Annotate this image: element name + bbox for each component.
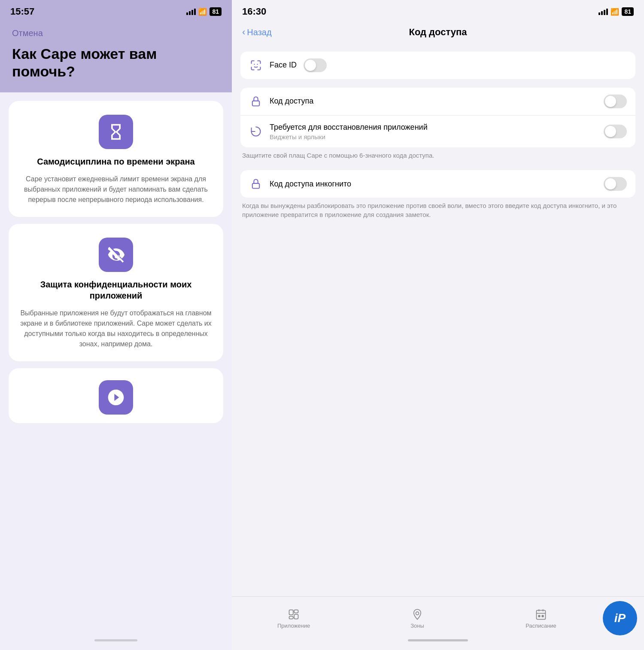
right-phone: 16:30 📶 81 ‹ Назад Код доступа: [232, 0, 644, 650]
incognito-text: Код доступа инкогнито: [270, 179, 597, 189]
face-id-card: Face ID: [240, 52, 635, 79]
back-button[interactable]: ‹ Назад: [242, 27, 272, 38]
left-title: Как Саре может вам помочь?: [12, 45, 220, 80]
tab-bar: Приложение Зоны: [232, 596, 644, 639]
schedule-tab-icon: [535, 608, 547, 621]
svg-point-0: [254, 64, 255, 65]
right-home-indicator-wrap: [232, 639, 644, 650]
feature-title-privacy: Защита конфиденциальности моих приложени…: [19, 279, 213, 301]
chevron-left-icon: ‹: [242, 27, 245, 38]
svg-point-1: [257, 64, 258, 65]
tab-bar-items: Приложение Зоны: [232, 601, 644, 635]
left-content: Самодисциплина по времени экрана Саре ус…: [0, 92, 232, 635]
feature-card-partial: [9, 368, 223, 423]
right-status-bar: 16:30 📶 81: [232, 0, 644, 23]
home-indicator: [94, 639, 137, 641]
wifi-icon: 📶: [198, 8, 207, 16]
cancel-button[interactable]: Отмена: [12, 28, 43, 38]
incognito-label: Код доступа инкогнито: [270, 179, 597, 189]
svg-rect-9: [537, 610, 546, 619]
right-home-indicator: [408, 639, 468, 641]
feature-title-screen-time: Самодисциплина по времени экрана: [37, 156, 195, 167]
passcode-toggle[interactable]: [604, 95, 627, 108]
svg-rect-5: [294, 610, 298, 613]
right-wifi-icon: 📶: [611, 8, 619, 16]
right-content: Face ID Код доступа: [232, 45, 644, 596]
face-id-toggle[interactable]: [304, 58, 327, 72]
svg-rect-2: [252, 101, 259, 106]
app-tab-icon: [287, 608, 300, 621]
incognito-section: Код доступа инкогнито Когда вы вынуждены…: [240, 170, 635, 221]
eye-slash-icon: [99, 238, 133, 272]
feature-card-screen-time: Самодисциплина по времени экрана Саре ус…: [9, 101, 223, 217]
schedule-tab-label: Расписание: [526, 623, 556, 629]
passcode-card: Код доступа Требуется для восстановления…: [240, 88, 635, 147]
incognito-helper: Когда вы вынуждены разблокировать это пр…: [240, 198, 635, 221]
zones-tab-label: Зоны: [410, 623, 424, 629]
back-label: Назад: [247, 27, 271, 37]
right-signal-icon: [598, 9, 608, 15]
partial-icon: [99, 380, 133, 415]
battery-icon: 81: [210, 7, 222, 16]
restore-label: Требуется для восстановления приложений: [270, 122, 597, 132]
ip-logo: iP: [603, 601, 637, 635]
svg-rect-4: [289, 610, 293, 615]
incognito-toggle[interactable]: [604, 177, 627, 191]
left-status-icons: 📶 81: [186, 7, 222, 16]
left-status-bar: 15:57 📶 81: [0, 0, 232, 23]
incognito-card: Код доступа инкогнито: [240, 170, 635, 198]
zones-tab-icon: [411, 608, 424, 621]
tab-zones[interactable]: Зоны: [355, 608, 479, 629]
incognito-lock-icon: [249, 177, 263, 191]
svg-rect-3: [252, 183, 259, 189]
face-id-row: Face ID: [240, 52, 635, 79]
right-nav: ‹ Назад Код доступа: [232, 23, 644, 45]
svg-rect-7: [289, 616, 293, 619]
restore-text: Требуется для восстановления приложений …: [270, 122, 597, 140]
right-status-icons: 📶 81: [598, 7, 634, 16]
restore-toggle[interactable]: [604, 125, 627, 138]
svg-rect-10: [538, 615, 540, 617]
face-id-label: Face ID: [270, 60, 297, 70]
svg-point-8: [416, 612, 419, 615]
signal-icon: [186, 9, 196, 15]
tab-app[interactable]: Приложение: [232, 608, 355, 629]
right-battery-icon: 81: [622, 7, 634, 16]
left-header: Отмена Как Саре может вам помочь?: [0, 23, 232, 92]
svg-rect-6: [294, 614, 298, 619]
face-id-icon: [249, 58, 263, 72]
passcode-row: Код доступа: [240, 88, 635, 115]
tab-schedule[interactable]: Расписание: [479, 608, 603, 629]
passcode-label: Код доступа: [270, 96, 597, 106]
svg-rect-11: [542, 615, 544, 617]
hourglass-icon: [99, 115, 133, 149]
left-time: 15:57: [10, 6, 34, 17]
restore-icon: [249, 125, 263, 138]
incognito-row: Код доступа инкогнито: [240, 170, 635, 198]
feature-desc-screen-time: Саре установит ежедневный лимит времени …: [19, 174, 213, 205]
restore-sublabel: Виджеты и ярлыки: [270, 133, 597, 140]
restore-row: Требуется для восстановления приложений …: [240, 115, 635, 147]
feature-card-privacy: Защита конфиденциальности моих приложени…: [9, 224, 223, 361]
left-home-indicator-wrap: [0, 635, 232, 650]
passcode-helper: Защитите свой плащ Саре с помощью 6-знач…: [240, 147, 635, 162]
lock-icon: [249, 95, 263, 108]
right-time: 16:30: [242, 6, 266, 17]
left-phone: 15:57 📶 81 Отмена Как Саре может вам пом…: [0, 0, 232, 650]
passcode-section: Код доступа Требуется для восстановления…: [240, 88, 635, 162]
feature-desc-privacy: Выбранные приложения не будут отображать…: [19, 308, 213, 349]
nav-title: Код доступа: [409, 27, 467, 38]
passcode-text: Код доступа: [270, 96, 597, 106]
app-tab-label: Приложение: [277, 623, 310, 629]
